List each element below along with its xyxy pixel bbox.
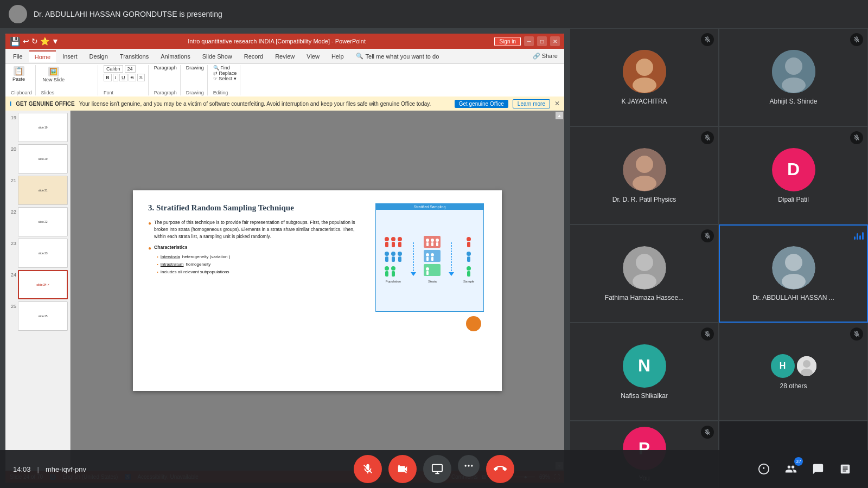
tab-design[interactable]: Design — [84, 51, 113, 62]
tab-transitions[interactable]: Transitions — [114, 51, 154, 62]
scroll-up-button[interactable]: ▲ — [556, 112, 563, 119]
svg-point-16 — [391, 266, 395, 271]
svg-point-28 — [426, 253, 429, 256]
slide-characteristics: ● Characteristics — [148, 244, 364, 252]
tab-record[interactable]: Record — [239, 51, 269, 62]
font-name-select[interactable]: Calibri — [104, 65, 123, 73]
slide-thumb-24[interactable]: 24 slide 24 ✓ — [8, 270, 68, 299]
svg-rect-29 — [426, 257, 429, 261]
strikethrough-button[interactable]: S — [129, 74, 136, 81]
section-button[interactable]: ▤ Section ▾ — [68, 78, 94, 84]
svg-marker-19 — [411, 272, 416, 276]
svg-point-62 — [782, 274, 806, 289]
more-options-button[interactable] — [458, 455, 480, 477]
font-size-select[interactable]: 24 — [125, 65, 136, 73]
layout-button[interactable]: ⊞ Layout ▾ — [68, 65, 94, 70]
people-button[interactable]: 37 — [781, 459, 801, 479]
sub-bullet-3: • Includes all relevant subpopulations — [157, 269, 364, 275]
tile-name-dipali: Dipali Patil — [778, 196, 809, 203]
tab-file[interactable]: File — [8, 51, 28, 62]
avatar-abhijit — [772, 50, 815, 93]
sub-bullet-2: • Intrastratum homogeneity — [157, 261, 364, 268]
close-button[interactable]: ✕ — [550, 36, 560, 46]
svg-rect-7 — [398, 242, 401, 247]
end-call-button[interactable] — [486, 455, 514, 483]
paste-button[interactable]: 📋 Paste — [11, 65, 27, 83]
tab-view[interactable]: View — [301, 51, 325, 62]
mute-icon-you — [701, 426, 714, 439]
tab-home[interactable]: Home — [29, 50, 56, 62]
get-genuine-button[interactable]: Get genuine Office — [455, 100, 508, 108]
chat-button[interactable] — [808, 459, 828, 479]
svg-rect-5 — [392, 242, 395, 247]
ppt-title-text: Intro quantitative research INDIA [Compa… — [62, 38, 492, 44]
presenter-name: Dr. ABDULLAHI HASSAN GORONDUTSE is prese… — [34, 10, 222, 18]
tab-help[interactable]: Help — [326, 51, 349, 62]
slide-thumb-20[interactable]: 20 slide 20 — [8, 144, 68, 174]
italic-button[interactable]: I — [113, 74, 119, 81]
tab-insert[interactable]: Insert — [57, 51, 83, 62]
slide-content: 3. Stratified Random Sampling Technique … — [133, 190, 502, 391]
font-label: Font — [104, 90, 113, 95]
svg-point-23 — [431, 239, 434, 242]
present-button[interactable] — [423, 455, 451, 483]
editing-group: 🔍 Find ⇄ Replace ☞ Select ▾ Editing — [210, 65, 241, 95]
slide-bullet-1: ● The purpose of this technique is to pr… — [148, 219, 364, 240]
svg-point-72 — [465, 465, 467, 466]
shadow-button[interactable]: S — [137, 74, 145, 81]
svg-point-6 — [398, 237, 402, 241]
clipboard-label: Clipboard — [11, 90, 32, 95]
slides-group: 🖼️ New Slide ⊞ Layout ▾ ↺ Reset ▤ Sectio… — [38, 65, 99, 95]
slide-thumb-19[interactable]: 19 slide 19 — [8, 113, 68, 142]
center-controls — [354, 455, 514, 483]
slide-thumb-23[interactable]: 23 slide 23 — [8, 239, 68, 268]
new-slide-button[interactable]: 🖼️ New Slide — [41, 66, 67, 84]
slides-label: Slides — [41, 90, 55, 95]
mute-icon-nafisa — [701, 328, 714, 341]
mute-icon-k-jayachitra — [701, 33, 714, 46]
replace-button[interactable]: ⇄ Replace — [213, 70, 237, 76]
reset-button[interactable]: ↺ Reset — [68, 72, 94, 77]
svg-rect-71 — [432, 465, 442, 472]
sampling-diagram: Stratified Sampling — [375, 203, 484, 312]
slide-thumb-25[interactable]: 25 slide 25 — [8, 301, 68, 331]
svg-rect-24 — [431, 242, 433, 246]
select-button[interactable]: ☞ Select ▾ — [213, 76, 237, 81]
right-controls: 37 — [754, 459, 855, 479]
slide-thumb-22[interactable]: 22 slide 22 — [8, 207, 68, 236]
meeting-time: 14:03 — [13, 465, 31, 473]
participant-tile-others: H 28 others — [719, 323, 868, 421]
speaking-bar-3 — [859, 235, 861, 240]
minimize-button[interactable]: ─ — [524, 36, 534, 46]
notif-text: Your license isn't genuine, and you may … — [79, 101, 450, 107]
mute-icon-drpatil — [701, 131, 714, 144]
mute-toggle-button[interactable] — [354, 455, 382, 483]
tab-animations[interactable]: Animations — [155, 51, 195, 62]
activities-button[interactable] — [835, 459, 855, 479]
camera-toggle-button[interactable] — [388, 455, 417, 483]
participant-tile-k-jayachitra: K JAYACHITRA — [570, 28, 719, 126]
find-button[interactable]: 🔍 Find — [213, 65, 237, 70]
bullet-dot-2: ● — [148, 244, 151, 252]
maximize-button[interactable]: □ — [537, 36, 547, 46]
info-button[interactable] — [754, 459, 774, 479]
bold-button[interactable]: B — [104, 74, 112, 81]
avatar-dipali: D — [772, 148, 815, 191]
tab-tell-me[interactable]: 🔍 Tell me what you want to do — [350, 50, 445, 62]
slide-thumbnails[interactable]: 19 slide 19 20 slide 20 21 — [5, 111, 71, 471]
svg-rect-13 — [398, 256, 401, 262]
avatar-drpatil — [623, 148, 666, 191]
slide-left: 3. Stratified Random Sampling Technique … — [148, 203, 364, 378]
share-button[interactable]: 🔗 Share — [528, 53, 562, 60]
tab-slideshow[interactable]: Slide Show — [197, 51, 238, 62]
tab-review[interactable]: Review — [270, 51, 300, 62]
slide-thumb-21[interactable]: 21 slide 21 — [8, 176, 68, 205]
notification-close-icon[interactable]: ✕ — [554, 100, 560, 107]
svg-point-30 — [431, 253, 434, 256]
svg-rect-22 — [426, 242, 429, 246]
diagram-body: Population — [376, 210, 483, 307]
learn-more-button[interactable]: Learn more — [513, 99, 550, 108]
sign-in-button[interactable]: Sign in — [494, 37, 521, 46]
underline-button[interactable]: U — [119, 74, 127, 81]
participant-tile-drpatil: Dr. D. R. Patil Physics — [570, 126, 719, 224]
